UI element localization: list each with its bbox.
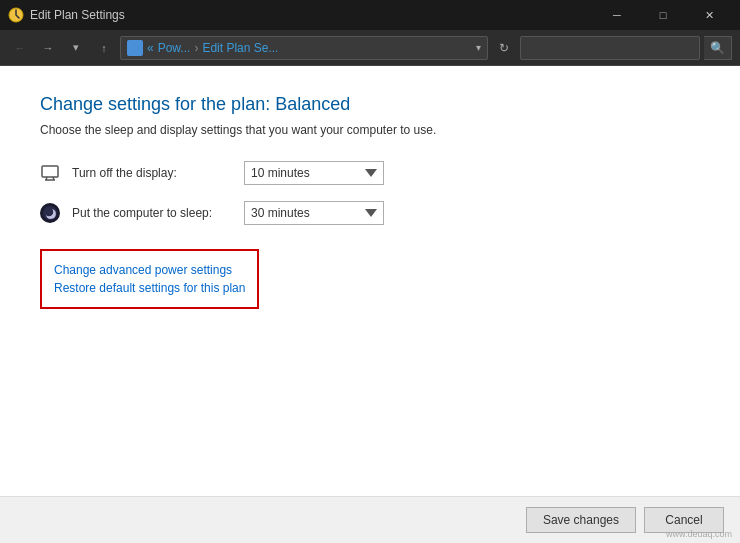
minimize-button[interactable]: ─ <box>594 0 640 30</box>
breadcrumb-current: Edit Plan Se... <box>202 41 278 55</box>
button-row: Save changes Cancel <box>0 497 740 543</box>
content-inner: Change settings for the plan: Balanced C… <box>0 66 740 496</box>
maximize-button[interactable]: □ <box>640 0 686 30</box>
display-label: Turn off the display: <box>72 166 232 180</box>
sleep-setting-row: Put the computer to sleep: 30 minutes 1 … <box>40 201 700 225</box>
restore-defaults-link[interactable]: Restore default settings for this plan <box>54 281 245 295</box>
up-button[interactable]: ↑ <box>92 36 116 60</box>
links-section: Change advanced power settings Restore d… <box>40 249 259 309</box>
svg-rect-1 <box>42 166 58 177</box>
save-button[interactable]: Save changes <box>526 507 636 533</box>
search-input[interactable] <box>520 36 700 60</box>
window-title: Edit Plan Settings <box>30 8 588 22</box>
breadcrumb-icon <box>127 40 143 56</box>
breadcrumb-path: « <box>147 41 154 55</box>
close-button[interactable]: ✕ <box>686 0 732 30</box>
breadcrumb-section: Pow... <box>158 41 191 55</box>
search-button[interactable]: 🔍 <box>704 36 732 60</box>
app-icon <box>8 7 24 23</box>
sleep-select[interactable]: 30 minutes 1 minute 2 minutes 5 minutes … <box>244 201 384 225</box>
breadcrumb-separator: › <box>194 41 198 55</box>
display-select[interactable]: 10 minutes 1 minute 2 minutes 5 minutes … <box>244 161 384 185</box>
display-icon <box>40 163 60 183</box>
breadcrumb[interactable]: « Pow... › Edit Plan Se... ▾ <box>120 36 488 60</box>
dropdown-button[interactable]: ▾ <box>64 36 88 60</box>
window-controls: ─ □ ✕ <box>594 0 732 30</box>
main-area: Change settings for the plan: Balanced C… <box>0 66 740 543</box>
advanced-power-link[interactable]: Change advanced power settings <box>54 263 245 277</box>
refresh-button[interactable]: ↻ <box>492 36 516 60</box>
address-bar: ← → ▾ ↑ « Pow... › Edit Plan Se... ▾ ↻ 🔍 <box>0 30 740 66</box>
breadcrumb-dropdown-icon[interactable]: ▾ <box>476 42 481 53</box>
watermark: www.deuaq.com <box>666 529 732 539</box>
display-setting-row: Turn off the display: 10 minutes 1 minut… <box>40 161 700 185</box>
titlebar: Edit Plan Settings ─ □ ✕ <box>0 0 740 30</box>
sleep-icon <box>40 203 60 223</box>
sleep-label: Put the computer to sleep: <box>72 206 232 220</box>
content-panel: Change settings for the plan: Balanced C… <box>0 66 740 543</box>
page-title: Change settings for the plan: Balanced <box>40 94 700 115</box>
page-subtitle: Choose the sleep and display settings th… <box>40 123 700 137</box>
back-button[interactable]: ← <box>8 36 32 60</box>
forward-button[interactable]: → <box>36 36 60 60</box>
